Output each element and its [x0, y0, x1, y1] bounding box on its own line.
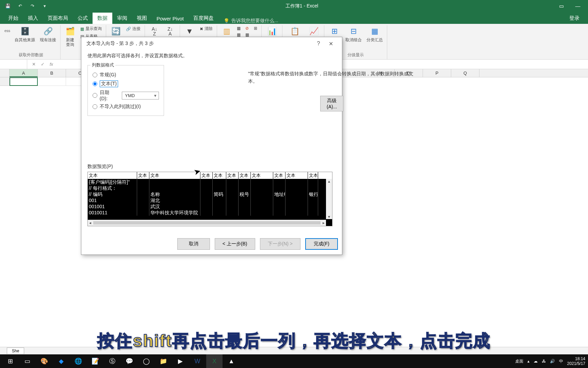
ungroup-button[interactable]: ⊟取消组合 [344, 25, 363, 43]
preview-hscroll[interactable]: ◂▸ [88, 220, 326, 226]
tab-review[interactable]: 审阅 [112, 13, 132, 24]
paint-icon[interactable]: 🎨 [36, 354, 52, 368]
refresh-icon: 🔄 [110, 26, 121, 37]
date-format-select[interactable]: YMD [122, 92, 159, 99]
word-icon[interactable]: W [189, 354, 206, 368]
tab-baidu[interactable]: 百度网盘 [189, 13, 218, 24]
sogou-icon[interactable]: Ⓢ [104, 354, 120, 368]
tell-me[interactable]: 💡 告诉我您想要做什么... [224, 18, 278, 24]
taskview-button[interactable]: ▭ [19, 354, 35, 368]
preview-vscroll[interactable]: ▴▾ [326, 179, 332, 219]
close-button[interactable]: ✕ [325, 41, 337, 47]
notes-icon[interactable]: 📝 [87, 354, 103, 368]
browser-icon[interactable]: 🌐 [70, 354, 86, 368]
subtitle-overlay: 按住shift再点击最后一列，再选择文本，点击完成 [0, 329, 588, 352]
col-header[interactable]: P [423, 69, 451, 77]
tab-formula[interactable]: 公式 [73, 13, 93, 24]
connections-button[interactable]: 🔗连接 [125, 25, 142, 32]
group-icon: ⊞ [329, 26, 340, 37]
cell-a1[interactable] [10, 77, 38, 86]
group-label: 获取外部数据 [4, 52, 58, 59]
confirm-fx-icon[interactable]: ✓ [39, 62, 46, 67]
video-icon[interactable]: ▶ [172, 354, 189, 368]
minimize-icon[interactable]: — [571, 3, 585, 9]
from-other-button[interactable]: 🗄️自其他来源 [13, 25, 36, 43]
data-preview[interactable]: 文本文本 文本文本 文本文本 文本文本 文本文本 文本 {客户编码}[分隔符]"… [87, 172, 332, 226]
text-to-col-button[interactable]: ▥ [220, 25, 233, 37]
col-header[interactable]: A [10, 69, 38, 77]
col-header[interactable]: Q [451, 69, 479, 77]
desktop-button[interactable]: 桌面 [515, 358, 523, 364]
scroll-up-icon: ▴ [328, 179, 330, 184]
clear-button[interactable]: ✖清除 [198, 25, 214, 32]
tray-up-icon[interactable]: ▴ [527, 359, 529, 364]
login-button[interactable]: 登录 [566, 13, 583, 24]
app-icon[interactable]: ◆ [53, 354, 69, 368]
name-box[interactable] [0, 60, 27, 69]
volume-icon[interactable]: 🔊 [550, 359, 555, 364]
link-icon: 🔗 [126, 27, 131, 31]
filter-button[interactable]: ▼ [183, 25, 196, 37]
consolidate-icon: ▦ [245, 32, 249, 37]
dialog-title: 文本导入向导 - 第 3 步，共 3 步 [86, 41, 312, 47]
flash-fill-button[interactable]: ▦ [235, 25, 242, 31]
cell[interactable] [38, 77, 66, 86]
chrome-icon[interactable]: ◯ [138, 354, 154, 368]
app2-icon[interactable]: ▲ [223, 354, 240, 368]
tab-data[interactable]: 数据 [93, 13, 112, 24]
tab-home[interactable]: 开始 [3, 13, 23, 24]
conn-icon: 🔗 [43, 26, 53, 37]
col-header[interactable]: B [38, 69, 66, 77]
radio-general[interactable]: 常规(G) [93, 72, 159, 78]
advanced-button[interactable]: 高级(A)... [320, 96, 343, 111]
onedrive-icon[interactable]: ☁ [534, 359, 538, 364]
rel-icon: ⊞ [254, 26, 257, 31]
tab-layout[interactable]: 页面布局 [43, 13, 73, 24]
redo-icon[interactable]: ↷ [28, 2, 37, 11]
fill-icon: ▦ [237, 26, 241, 31]
network-icon[interactable]: 🖧 [542, 359, 546, 364]
forecast-icon: 📈 [308, 26, 319, 37]
clock[interactable]: 18:142021/5/17 [567, 356, 585, 366]
ime-button[interactable]: 中 [559, 358, 563, 364]
fx-icon[interactable]: fx [48, 62, 54, 67]
row-header[interactable] [0, 77, 10, 86]
back-button[interactable]: < 上一步(B) [215, 238, 255, 250]
tab-view[interactable]: 视图 [132, 13, 152, 24]
subtotal-button[interactable]: ▦分类汇总 [365, 25, 384, 43]
new-query-button[interactable]: 🗂️新建 查询 [63, 25, 77, 48]
existing-conn-button[interactable]: 🔗现有连接 [38, 25, 58, 43]
cancel-button[interactable]: 取消 [177, 238, 210, 250]
refresh-button[interactable]: 🔄 [109, 25, 122, 37]
excel-icon[interactable]: X [206, 354, 223, 368]
qat-more-icon[interactable]: ▾ [40, 2, 49, 11]
sort-za-icon: Z↓A [165, 26, 176, 37]
wechat-icon[interactable]: 💬 [121, 354, 137, 368]
sort-za-button[interactable]: Z↓A [163, 25, 177, 37]
show-query-button[interactable]: ▦显示查询 [79, 25, 103, 32]
scroll-down-icon: ▾ [328, 214, 330, 219]
explorer-icon[interactable]: 📁 [155, 354, 172, 368]
subtotal-icon: ▦ [369, 26, 380, 37]
validate-button[interactable]: ⊘ [244, 25, 250, 31]
undo-icon[interactable]: ↶ [16, 2, 24, 11]
bulb-icon: 💡 [224, 18, 229, 24]
tab-insert[interactable]: 插入 [23, 13, 43, 24]
select-all-corner[interactable] [0, 69, 10, 77]
radio-text[interactable]: 文本(T) [93, 80, 159, 87]
dialog-description: 使用此屏内容可选择各列，并设置其数据格式。 [87, 53, 336, 59]
whatif-icon: 📋 [289, 26, 300, 37]
save-icon[interactable]: 💾 [3, 2, 12, 11]
radio-skip[interactable]: 不导入此列(跳过)(I) [93, 104, 159, 110]
relations-button[interactable]: ⊞ [252, 25, 259, 31]
finish-button[interactable]: 完成(F) [305, 238, 338, 250]
ribbon-tabs: 开始 插入 页面布局 公式 数据 审阅 视图 Power Pivot 百度网盘 … [0, 12, 588, 24]
radio-date[interactable]: 日期(D):YMD [93, 90, 159, 101]
help-button[interactable]: ? [312, 41, 325, 47]
sort-az-button[interactable]: A↓Z [148, 25, 161, 37]
cancel-fx-icon[interactable]: ✕ [31, 62, 37, 67]
tab-powerpivot[interactable]: Power Pivot [152, 13, 189, 24]
ribbon-options-icon[interactable]: ▭ [555, 3, 568, 9]
clear-icon: ✖ [200, 27, 203, 31]
start-button[interactable]: ⊞ [2, 354, 18, 368]
